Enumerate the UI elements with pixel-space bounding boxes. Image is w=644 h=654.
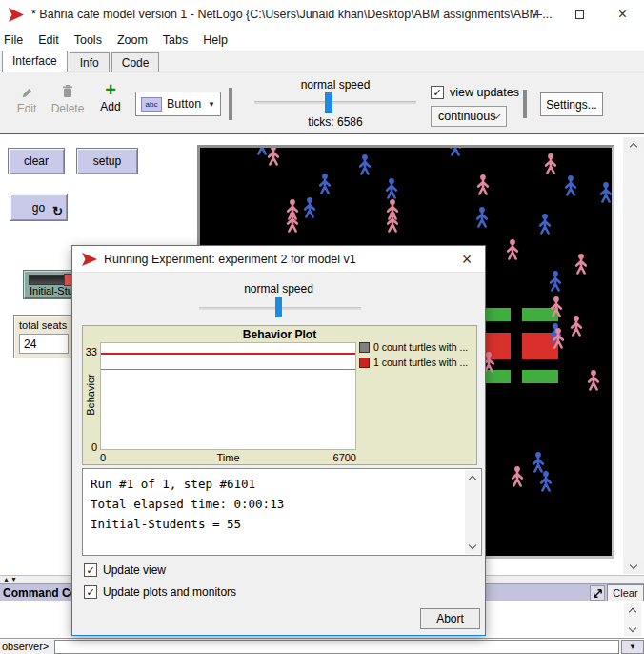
trash-icon [48, 84, 88, 101]
minimize-button[interactable] [515, 0, 558, 29]
netlogo-flag-icon [82, 253, 97, 270]
person-icon [539, 471, 553, 492]
person-blue [599, 182, 612, 203]
table-green [522, 370, 558, 383]
output-scroll-down[interactable] [465, 539, 480, 554]
person-icon [599, 182, 612, 203]
abc-icon: abc [141, 97, 162, 112]
plot-legend: 0 count turtles with ... 1 count turtles… [359, 341, 468, 372]
clear-widget-button[interactable]: clear [8, 148, 65, 174]
monitor-value: 24 [19, 334, 69, 354]
menu-zoom[interactable]: Zoom [110, 31, 155, 50]
experiment-output: Run #1 of 1, step #6101 Total elapsed ti… [82, 468, 482, 556]
tab-interface[interactable]: Interface [2, 51, 68, 72]
chevron-up-icon [630, 142, 637, 150]
scroll-down-button[interactable] [623, 559, 644, 574]
update-mode-dropdown[interactable]: continuous [431, 106, 507, 127]
output-scroll-down[interactable] [624, 622, 641, 637]
dialog-speed-label: normal speed [72, 282, 485, 296]
tab-info[interactable]: Info [70, 52, 110, 72]
speed-slider-track[interactable] [254, 101, 416, 104]
settings-button[interactable]: Settings... [540, 92, 603, 116]
widget-type-dropdown[interactable]: abc Button ▼ [135, 92, 221, 116]
update-plots-row: ✓ Update plots and monitors [84, 585, 236, 599]
person-blue [539, 471, 553, 492]
plot-line-0 [101, 369, 355, 371]
command-center-clear-button[interactable]: Clear [607, 584, 644, 602]
person-icon [255, 148, 269, 155]
command-prompt-row: observer> ▼ [0, 640, 644, 654]
add-label: Add [100, 100, 120, 113]
output-scroll-up[interactable] [465, 470, 480, 485]
title-bar: * Bahria cafe model version 1 - NetLogo … [0, 0, 644, 29]
close-button[interactable]: × [601, 0, 644, 29]
delete-label: Delete [51, 102, 85, 115]
delete-button[interactable]: Delete [48, 84, 88, 115]
person-icon [574, 254, 588, 275]
dialog-title: Running Experiment: experiment 2 for mod… [104, 253, 356, 266]
view-updates-checkbox[interactable]: ✓ [431, 86, 444, 99]
command-center-expand-button[interactable] [590, 585, 605, 601]
person-blue [303, 197, 316, 218]
person-icon [267, 148, 280, 166]
table-green [485, 308, 511, 321]
minimize-icon [533, 14, 542, 15]
output-scroll-up[interactable] [624, 603, 641, 618]
forever-icon: ↻ [52, 204, 63, 218]
edit-button[interactable]: Edit [10, 84, 44, 115]
experiment-output-scrollbar[interactable] [465, 470, 480, 554]
person-pink [476, 174, 490, 195]
pencil-icon [10, 84, 44, 101]
window-title: * Bahria cafe model version 1 - NetLogo … [31, 8, 553, 21]
maximize-button[interactable] [558, 0, 601, 29]
person-blue [385, 178, 398, 199]
person-blue [549, 271, 562, 292]
abort-button[interactable]: Abort [420, 608, 480, 629]
command-input[interactable] [54, 640, 619, 654]
chevron-down-icon [629, 624, 636, 632]
dialog-speed-handle[interactable] [275, 297, 282, 317]
edit-label: Edit [17, 102, 37, 115]
tab-code[interactable]: Code [111, 52, 160, 72]
update-view-checkbox[interactable]: ✓ [84, 563, 97, 577]
toolbar-separator [229, 88, 232, 120]
setup-widget-button[interactable]: setup [76, 148, 138, 174]
y-axis-label: Behavior [85, 366, 96, 423]
output-line: Run #1 of 1, step #6101 [91, 474, 473, 494]
y-tick-min: 0 [83, 441, 97, 453]
scroll-up-button[interactable] [623, 137, 644, 153]
speed-slider-handle[interactable] [325, 92, 332, 113]
person-icon [550, 296, 563, 317]
menu-edit[interactable]: Edit [30, 31, 67, 50]
menu-tools[interactable]: Tools [67, 31, 110, 50]
netlogo-window: * Bahria cafe model version 1 - NetLogo … [0, 0, 644, 654]
go-label: go [32, 201, 45, 215]
person-pink [552, 328, 565, 349]
toolbar: Edit Delete + Add abc Button ▼ normal sp… [0, 72, 644, 134]
command-output-scrollbar[interactable] [624, 603, 641, 637]
check-icon: ✓ [433, 88, 441, 98]
dialog-close-button[interactable]: × [457, 250, 476, 269]
dialog-title-bar: Running Experiment: experiment 2 for mod… [72, 246, 485, 273]
go-widget-button[interactable]: go ↻ [10, 194, 68, 221]
update-view-row: ✓ Update view [84, 563, 166, 577]
update-plots-checkbox[interactable]: ✓ [84, 585, 97, 599]
tab-bar: Interface Info Code [0, 51, 644, 72]
interface-vertical-scrollbar[interactable] [623, 137, 644, 574]
menu-file[interactable]: File [0, 31, 30, 50]
add-button[interactable]: + Add [95, 82, 126, 113]
check-icon: ✓ [86, 565, 94, 576]
person-icon [386, 212, 399, 233]
menu-help[interactable]: Help [195, 31, 235, 50]
legend-swatch-1 [359, 358, 370, 368]
prompt-context-dropdown[interactable]: ▼ [621, 640, 644, 654]
toolbar-separator-2 [523, 90, 527, 118]
menu-tabs[interactable]: Tabs [155, 31, 195, 50]
legend-row: 0 count turtles with ... [359, 341, 468, 353]
person-icon [475, 207, 489, 228]
person-blue [538, 214, 552, 235]
y-tick-max: 33 [83, 346, 97, 358]
chevron-down-icon [630, 562, 637, 569]
splitter-arrows-icon[interactable]: ▲▼ [3, 576, 18, 582]
view-updates-label: view updates [450, 86, 519, 99]
